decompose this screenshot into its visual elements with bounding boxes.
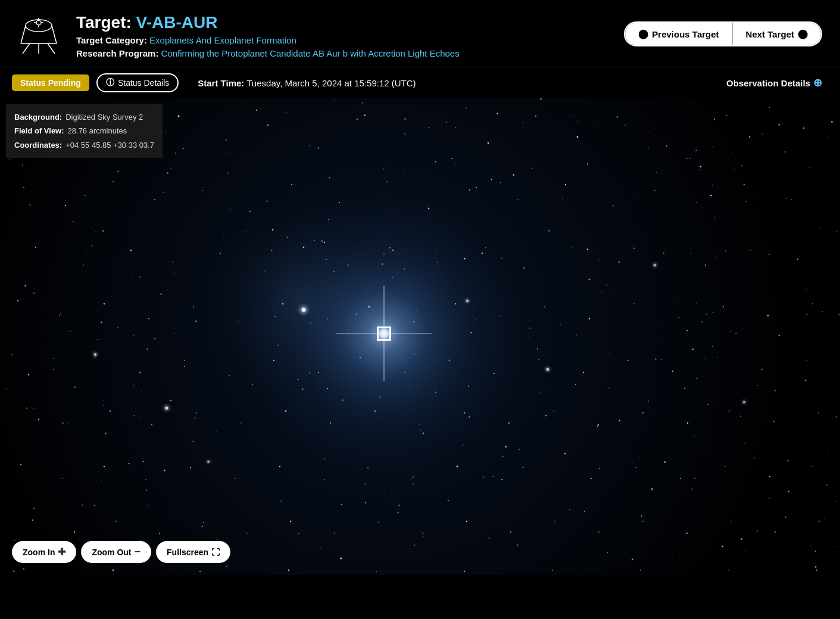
start-time-area: Start Time: Tuesday, March 5, 2024 at 15…: [198, 78, 416, 88]
target-title: Target: V-AB-AUR: [76, 13, 460, 32]
coordinates-row: Coordinates: +04 55 45.85 +30 33 03.7: [14, 138, 154, 152]
status-bar: Status Pending ⓘ Status Details Start Ti…: [0, 67, 840, 98]
status-bar-left: Status Pending ⓘ Status Details Start Ti…: [12, 73, 416, 92]
info-circle-icon: ⓘ: [106, 77, 114, 88]
fov-row: Field of View: 28.76 arcminutes: [14, 124, 154, 138]
status-pending-badge: Status Pending: [12, 74, 89, 91]
fov-value: 28.76 arcminutes: [68, 124, 127, 138]
logo-area: [12, 11, 65, 55]
program-label: Research Program:: [76, 48, 158, 58]
fullscreen-icon: ⛶: [211, 548, 220, 557]
svg-line-1: [21, 26, 26, 43]
start-time-value: Tuesday, March 5, 2024 at 15:59:12 (UTC): [246, 78, 416, 88]
header-left: Target: V-AB-AUR Target Category: Exopla…: [12, 11, 460, 58]
sky-image-container[interactable]: Background: Digitized Sky Survey 2 Field…: [0, 98, 840, 575]
header-nav: ⬤ Previous Target Next Target ⬤: [624, 21, 822, 46]
zoom-out-label: Zoom Out: [92, 548, 131, 557]
observation-details-label: Observation Details: [726, 78, 810, 88]
category-label: Target Category:: [76, 35, 147, 45]
plus-icon: ⊕: [813, 76, 822, 89]
fullscreen-button[interactable]: Fullscreen ⛶: [156, 541, 230, 563]
next-target-label: Next Target: [746, 29, 794, 39]
target-name-value: V-AB-AUR: [136, 13, 218, 32]
next-target-button[interactable]: Next Target ⬤: [733, 23, 821, 45]
background-value: Digitized Sky Survey 2: [65, 110, 143, 124]
background-row: Background: Digitized Sky Survey 2: [14, 110, 154, 124]
target-reticle: [377, 327, 391, 340]
fullscreen-label: Fullscreen: [167, 548, 208, 557]
prev-target-label: Previous Target: [652, 29, 719, 39]
start-time-label: Start Time:: [198, 78, 244, 88]
coordinates-value: +04 55 45.85 +30 33 03.7: [65, 138, 154, 152]
status-details-button[interactable]: ⓘ Status Details: [96, 73, 179, 92]
bottom-controls: Zoom In ✚ Zoom Out − Fullscreen ⛶: [12, 541, 230, 563]
fov-label: Field of View:: [14, 124, 64, 138]
header-text: Target: V-AB-AUR Target Category: Exopla…: [76, 11, 460, 58]
telescope-logo: [12, 11, 65, 55]
next-arrow-icon: ⬤: [798, 29, 808, 39]
sky-canvas: [0, 98, 840, 575]
header: Target: V-AB-AUR Target Category: Exopla…: [0, 0, 840, 67]
program-value: Confirming the Protoplanet Candidate AB …: [161, 48, 460, 58]
prev-arrow-icon: ⬤: [638, 29, 648, 39]
zoom-in-icon: ✚: [58, 546, 65, 558]
observation-details-button[interactable]: Observation Details ⊕: [726, 76, 822, 89]
nav-button-group: ⬤ Previous Target Next Target ⬤: [624, 21, 822, 46]
zoom-out-button[interactable]: Zoom Out −: [81, 541, 151, 563]
svg-point-7: [36, 20, 41, 25]
zoom-in-label: Zoom In: [23, 548, 55, 557]
category-value: Exoplanets And Exoplanet Formation: [149, 35, 296, 45]
background-label: Background:: [14, 110, 62, 124]
sky-info-overlay: Background: Digitized Sky Survey 2 Field…: [6, 104, 163, 158]
research-program-row: Research Program: Confirming the Protopl…: [76, 48, 460, 58]
prev-target-button[interactable]: ⬤ Previous Target: [625, 23, 732, 45]
zoom-in-button[interactable]: Zoom In ✚: [12, 541, 76, 563]
target-category-row: Target Category: Exoplanets And Exoplane…: [76, 35, 460, 45]
coordinates-label: Coordinates:: [14, 138, 62, 152]
target-label: Target:: [76, 13, 132, 32]
zoom-out-icon: −: [135, 546, 141, 558]
svg-line-2: [52, 26, 57, 43]
svg-line-4: [23, 43, 30, 54]
svg-line-6: [48, 43, 55, 54]
status-details-label: Status Details: [118, 78, 169, 88]
